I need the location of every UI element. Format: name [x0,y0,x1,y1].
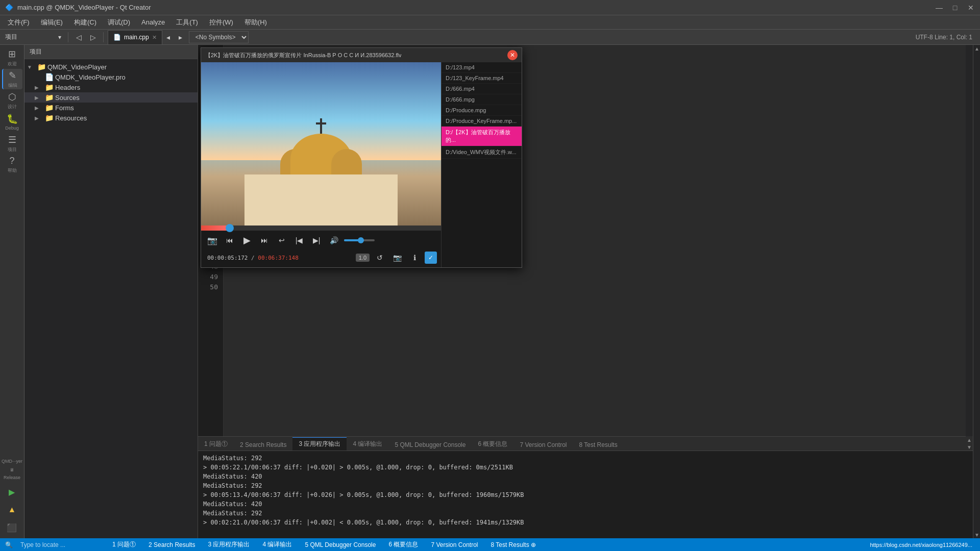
output-tab-overview[interactable]: 6 概要信息 [472,437,513,450]
file-item-3[interactable]: D:/666.mpg [442,94,522,105]
output-line-5: MediaStatus: 420 [203,499,968,509]
file-item-4[interactable]: D:/Produce.mpg [442,105,522,116]
status-compile[interactable]: 4 编译输出 [260,540,295,549]
file-item-6[interactable]: D:/【2K】油管破百万播放的... [442,127,522,146]
tab-close-button[interactable]: ✕ [152,34,157,41]
output-panel: 1 问题① 2 Search Results 3 应用程序输出 4 编译输出 5… [198,436,973,538]
run-button[interactable]: ▶ [4,484,20,500]
time-current: 00:00:05:172 [207,255,248,261]
root-arrow: ▼ [27,64,35,70]
time-separator: / [251,255,255,261]
tab-prev[interactable]: ◂ [162,31,175,43]
output-line-1: > 00:05:22.1/00:06:37 diff: |+0.020| > 0… [203,463,968,472]
scroll-up-btn[interactable]: ▲ [973,45,980,52]
output-tab-qml[interactable]: 5 QML Debugger Console [388,439,472,450]
output-tab-app[interactable]: 3 应用程序输出 [292,437,347,450]
file-item-5[interactable]: D:/Produce_KeyFrame.mp... [442,116,522,127]
scroll-down-btn[interactable]: ▼ [973,531,980,538]
menu-help[interactable]: 帮助(H) [239,17,272,28]
status-vcs[interactable]: 7 Version Control [428,541,480,548]
output-line-7: > 00:02:21.0/00:06:37 diff: |+0.002| < 0… [203,518,968,527]
volume-thumb [358,237,364,243]
run-config-icon: 🖥 [10,467,14,472]
status-search-results[interactable]: 2 Search Results [146,541,198,548]
tab-filename: main.cpp [124,34,149,41]
back-btn[interactable]: ◁ [72,31,85,43]
menu-build[interactable]: 构建(C) [69,17,102,28]
output-tab-issues[interactable]: 1 问题① [198,437,234,450]
minimize-button[interactable]: — [935,4,943,12]
play-button[interactable]: ▶ [240,233,254,247]
menu-analyze[interactable]: Analyze [136,17,170,27]
tree-resources[interactable]: ▶ 📁 Resources [24,113,198,123]
toolbar: 项目 ▾ ◁ ▷ 📄 main.cpp ✕ ◂ ▸ <No Symbols> U… [0,30,980,45]
menu-tools[interactable]: 工具(T) [171,17,203,28]
info-button[interactable]: ℹ [407,251,422,265]
file-item-0[interactable]: D:/123.mp4 [442,62,522,73]
output-tab-search[interactable]: 2 Search Results [234,439,292,450]
status-qml[interactable]: 5 QML Debugger Console [302,541,378,548]
sidebar-item-project[interactable]: ☰ 项目 [2,133,22,154]
symbols-dropdown[interactable]: <No Symbols> [189,31,249,43]
seek-bar[interactable] [201,226,441,231]
menu-debug[interactable]: 调试(D) [103,17,135,28]
status-search-input[interactable] [20,541,102,548]
stop-button[interactable]: ⬛ [4,519,20,536]
sidebar-item-debug[interactable]: 🐛 Debug [2,112,22,132]
tree-headers[interactable]: ▶ 📁 Headers [24,82,198,92]
project-dropdown[interactable]: 项目 ▾ [3,31,64,43]
step-back-button[interactable]: |◀ [292,233,306,247]
status-app-output[interactable]: 3 应用程序输出 [205,540,252,549]
video-titlebar: 【2K】油管破百万播放的俄罗斯宣传片 InRussia-В Р О С С И … [201,48,522,62]
output-scroll-down[interactable]: ▼ [966,443,973,450]
skip-fwd-button[interactable]: ⏭ [257,233,272,247]
screenshot-button[interactable]: 📷 [390,251,404,265]
tab-main-cpp[interactable]: 📄 main.cpp ✕ [108,30,162,44]
file-item-1[interactable]: D:/123_KeyFrame.mp4 [442,73,522,84]
forward-btn[interactable]: ▷ [87,31,99,43]
tree-pro-file[interactable]: 📄 QMDK_VideoPlayer.pro [24,72,198,82]
screenshot-small-btn[interactable]: 📷 [205,233,219,247]
design-icon: ⬡ [8,91,16,103]
file-item-7[interactable]: D:/Video_WMV视频文件.w... [442,146,522,159]
status-overview[interactable]: 6 概要信息 [386,540,421,549]
output-tab-vcs[interactable]: 7 Version Control [513,439,573,450]
sidebar-item-edit[interactable]: ✎ 编辑 [2,69,22,89]
maximize-button[interactable]: □ [951,4,959,12]
tab-next[interactable]: ▸ [175,31,187,43]
edit-label: 编辑 [8,82,17,89]
replay-button[interactable]: ↺ [373,251,387,265]
tab-icon: 📄 [113,34,121,41]
seek-thumb [226,224,234,232]
video-player: 📷 ⏮ ▶ ⏭ ↩ |◀ ▶| 🔊 [201,62,441,267]
skip-back-button[interactable]: ⏮ [223,233,237,247]
status-issues[interactable]: 1 问题① [110,540,138,549]
output-scroll-up[interactable]: ▲ [966,436,973,443]
menu-widgets[interactable]: 控件(W) [204,17,238,28]
tree-root[interactable]: ▼ 📁 QMDK_VideoPlayer [24,62,198,72]
record-button[interactable]: ✓ [425,252,437,264]
volume-slider[interactable] [344,239,375,241]
output-content[interactable]: MediaStatus: 292 > 00:05:22.1/00:06:37 d… [198,451,973,538]
close-button[interactable]: ✕ [967,4,975,12]
sidebar-item-design[interactable]: ⬡ 设计 [2,90,22,111]
qmd-label: QMD···yer [2,459,22,464]
right-scrollbar[interactable]: ▲ ▼ [973,45,980,538]
sidebar-item-welcome[interactable]: ⊞ 欢迎 [2,47,22,68]
tree-sources[interactable]: ▶ 📁 Sources [24,92,198,103]
output-tab-compile[interactable]: 4 编译输出 [347,437,388,450]
menu-edit[interactable]: 编辑(E) [36,17,68,28]
menu-file[interactable]: 文件(F) [3,17,35,28]
volume-icon[interactable]: 🔊 [327,233,341,247]
speed-badge[interactable]: 1.0 [356,254,370,262]
rewind-button[interactable]: ↩ [275,233,289,247]
status-tests[interactable]: 8 Test Results ⊕ [488,541,538,548]
step-fwd-button[interactable]: ▶| [309,233,324,247]
status-link[interactable]: https://blog.csdn.net/xiaolong11266249..… [867,542,975,548]
sidebar-item-help[interactable]: ? 帮助 [2,155,22,175]
tree-forms[interactable]: ▶ 📁 Forms [24,103,198,113]
output-tab-tests[interactable]: 8 Test Results [573,439,623,450]
video-close-button[interactable]: ✕ [507,50,518,60]
file-item-2[interactable]: D:/666.mp4 [442,84,522,94]
build-button[interactable]: ▲ [4,502,20,518]
